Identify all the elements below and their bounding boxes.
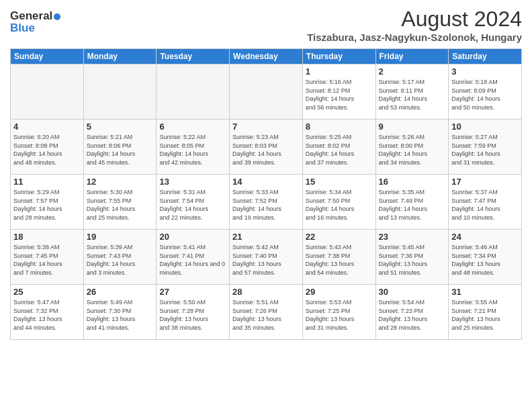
calendar-cell: 12Sunrise: 5:30 AM Sunset: 7:55 PM Dayli… <box>83 175 157 230</box>
week-row-5: 25Sunrise: 5:47 AM Sunset: 7:32 PM Dayli… <box>11 285 522 340</box>
day-number: 31 <box>451 287 519 297</box>
logo: General Blue <box>10 7 60 35</box>
calendar-cell: 7Sunrise: 5:23 AM Sunset: 8:03 PM Daylig… <box>230 120 303 175</box>
calendar-cell: 10Sunrise: 5:27 AM Sunset: 7:59 PM Dayli… <box>449 120 522 175</box>
day-number: 13 <box>159 177 226 187</box>
day-number: 4 <box>13 122 81 132</box>
calendar-cell: 3Sunrise: 5:18 AM Sunset: 8:09 PM Daylig… <box>449 64 522 120</box>
calendar-cell: 20Sunrise: 5:41 AM Sunset: 7:41 PM Dayli… <box>157 230 230 285</box>
weekday-header-thursday: Thursday <box>302 49 375 64</box>
day-info: Sunrise: 5:45 AM Sunset: 7:36 PM Dayligh… <box>379 243 446 277</box>
day-info: Sunrise: 5:55 AM Sunset: 7:21 PM Dayligh… <box>451 298 519 332</box>
day-number: 19 <box>87 232 154 242</box>
day-info: Sunrise: 5:53 AM Sunset: 7:25 PM Dayligh… <box>306 298 373 332</box>
day-number: 8 <box>306 122 373 132</box>
day-info: Sunrise: 5:30 AM Sunset: 7:55 PM Dayligh… <box>87 188 154 222</box>
week-row-3: 11Sunrise: 5:29 AM Sunset: 7:57 PM Dayli… <box>11 175 522 230</box>
day-info: Sunrise: 5:23 AM Sunset: 8:03 PM Dayligh… <box>232 133 300 167</box>
calendar-cell: 23Sunrise: 5:45 AM Sunset: 7:36 PM Dayli… <box>375 230 449 285</box>
day-number: 6 <box>159 122 226 132</box>
week-row-2: 4Sunrise: 5:20 AM Sunset: 8:08 PM Daylig… <box>11 120 522 175</box>
weekday-header-sunday: Sunday <box>11 49 84 64</box>
weekday-header-monday: Monday <box>83 49 157 64</box>
day-info: Sunrise: 5:27 AM Sunset: 7:59 PM Dayligh… <box>451 133 519 167</box>
main-container: General Blue August 2024 Tiszabura, Jasz… <box>0 0 532 343</box>
day-number: 17 <box>451 177 519 187</box>
calendar-cell: 4Sunrise: 5:20 AM Sunset: 8:08 PM Daylig… <box>11 120 84 175</box>
calendar-cell: 24Sunrise: 5:46 AM Sunset: 7:34 PM Dayli… <box>449 230 522 285</box>
day-number: 3 <box>451 66 519 77</box>
calendar-cell: 16Sunrise: 5:35 AM Sunset: 7:49 PM Dayli… <box>375 175 449 230</box>
day-number: 27 <box>159 287 226 297</box>
logo-circle-icon <box>54 13 60 20</box>
calendar-cell: 5Sunrise: 5:21 AM Sunset: 8:06 PM Daylig… <box>83 120 157 175</box>
day-info: Sunrise: 5:38 AM Sunset: 7:45 PM Dayligh… <box>13 243 81 277</box>
calendar-cell <box>157 64 230 120</box>
calendar-cell: 14Sunrise: 5:33 AM Sunset: 7:52 PM Dayli… <box>230 175 303 230</box>
day-info: Sunrise: 5:42 AM Sunset: 7:40 PM Dayligh… <box>232 243 300 277</box>
day-number: 1 <box>306 66 373 77</box>
calendar-cell: 9Sunrise: 5:26 AM Sunset: 8:00 PM Daylig… <box>375 120 449 175</box>
month-title: August 2024 <box>307 7 522 32</box>
day-info: Sunrise: 5:22 AM Sunset: 8:05 PM Dayligh… <box>159 133 226 167</box>
day-info: Sunrise: 5:34 AM Sunset: 7:50 PM Dayligh… <box>306 188 373 222</box>
day-number: 23 <box>379 232 446 242</box>
calendar-cell: 27Sunrise: 5:50 AM Sunset: 7:28 PM Dayli… <box>157 285 230 340</box>
day-info: Sunrise: 5:49 AM Sunset: 7:30 PM Dayligh… <box>87 298 154 332</box>
calendar-cell: 2Sunrise: 5:17 AM Sunset: 8:11 PM Daylig… <box>375 64 449 120</box>
day-info: Sunrise: 5:50 AM Sunset: 7:28 PM Dayligh… <box>159 298 226 332</box>
day-number: 20 <box>159 232 226 242</box>
calendar-cell: 8Sunrise: 5:25 AM Sunset: 8:02 PM Daylig… <box>302 120 375 175</box>
day-number: 26 <box>87 287 154 297</box>
calendar-cell: 6Sunrise: 5:22 AM Sunset: 8:05 PM Daylig… <box>157 120 230 175</box>
day-info: Sunrise: 5:37 AM Sunset: 7:47 PM Dayligh… <box>451 188 519 222</box>
day-number: 21 <box>232 232 300 242</box>
calendar-cell: 22Sunrise: 5:43 AM Sunset: 7:38 PM Dayli… <box>302 230 375 285</box>
location-title: Tiszabura, Jasz-Nagykun-Szolonok, Hungar… <box>307 32 522 43</box>
day-number: 12 <box>87 177 154 187</box>
day-number: 9 <box>379 122 446 132</box>
day-info: Sunrise: 5:46 AM Sunset: 7:34 PM Dayligh… <box>451 243 519 277</box>
header: General Blue August 2024 Tiszabura, Jasz… <box>10 7 522 43</box>
weekday-header-tuesday: Tuesday <box>157 49 230 64</box>
day-number: 16 <box>379 177 446 187</box>
day-info: Sunrise: 5:20 AM Sunset: 8:08 PM Dayligh… <box>13 133 81 167</box>
calendar-cell: 25Sunrise: 5:47 AM Sunset: 7:32 PM Dayli… <box>11 285 84 340</box>
calendar-cell <box>83 64 157 120</box>
day-info: Sunrise: 5:35 AM Sunset: 7:49 PM Dayligh… <box>379 188 446 222</box>
day-number: 5 <box>87 122 154 132</box>
calendar-cell <box>11 64 84 120</box>
day-number: 7 <box>232 122 300 132</box>
week-row-1: 1Sunrise: 5:16 AM Sunset: 8:12 PM Daylig… <box>11 64 522 120</box>
day-number: 29 <box>306 287 373 297</box>
day-number: 10 <box>451 122 519 132</box>
calendar-cell: 31Sunrise: 5:55 AM Sunset: 7:21 PM Dayli… <box>449 285 522 340</box>
day-info: Sunrise: 5:39 AM Sunset: 7:43 PM Dayligh… <box>87 243 154 277</box>
calendar-cell: 26Sunrise: 5:49 AM Sunset: 7:30 PM Dayli… <box>83 285 157 340</box>
day-info: Sunrise: 5:33 AM Sunset: 7:52 PM Dayligh… <box>232 188 300 222</box>
weekday-header-friday: Friday <box>375 49 449 64</box>
title-block: August 2024 Tiszabura, Jasz-Nagykun-Szol… <box>307 7 522 43</box>
day-number: 24 <box>451 232 519 242</box>
logo-blue-text: Blue <box>10 21 35 35</box>
day-info: Sunrise: 5:41 AM Sunset: 7:41 PM Dayligh… <box>159 243 226 277</box>
weekday-header-row: SundayMondayTuesdayWednesdayThursdayFrid… <box>11 49 522 64</box>
day-info: Sunrise: 5:25 AM Sunset: 8:02 PM Dayligh… <box>306 133 373 167</box>
calendar-cell: 18Sunrise: 5:38 AM Sunset: 7:45 PM Dayli… <box>11 230 84 285</box>
calendar-cell: 11Sunrise: 5:29 AM Sunset: 7:57 PM Dayli… <box>11 175 84 230</box>
week-row-4: 18Sunrise: 5:38 AM Sunset: 7:45 PM Dayli… <box>11 230 522 285</box>
weekday-header-saturday: Saturday <box>449 49 522 64</box>
day-info: Sunrise: 5:43 AM Sunset: 7:38 PM Dayligh… <box>306 243 373 277</box>
calendar-cell: 30Sunrise: 5:54 AM Sunset: 7:23 PM Dayli… <box>375 285 449 340</box>
day-info: Sunrise: 5:16 AM Sunset: 8:12 PM Dayligh… <box>306 78 373 111</box>
calendar-cell <box>230 64 303 120</box>
day-info: Sunrise: 5:47 AM Sunset: 7:32 PM Dayligh… <box>13 298 81 332</box>
logo-general: General <box>10 9 52 22</box>
calendar-cell: 19Sunrise: 5:39 AM Sunset: 7:43 PM Dayli… <box>83 230 157 285</box>
day-number: 15 <box>306 177 373 187</box>
calendar-cell: 15Sunrise: 5:34 AM Sunset: 7:50 PM Dayli… <box>302 175 375 230</box>
day-info: Sunrise: 5:18 AM Sunset: 8:09 PM Dayligh… <box>451 78 519 111</box>
day-info: Sunrise: 5:21 AM Sunset: 8:06 PM Dayligh… <box>87 133 154 167</box>
day-number: 2 <box>379 66 446 77</box>
day-number: 25 <box>13 287 81 297</box>
